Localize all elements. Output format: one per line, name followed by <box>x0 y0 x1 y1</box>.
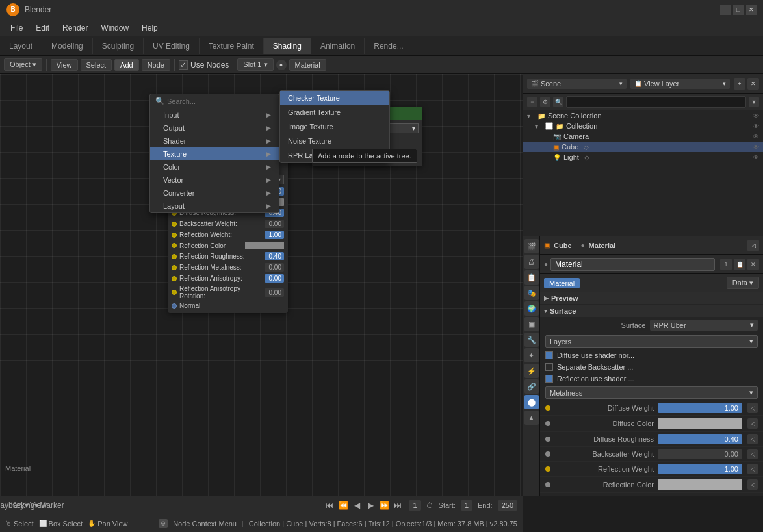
reflection-metalness-socket[interactable] <box>172 265 177 270</box>
reflection-anisotropy-rotation-value[interactable]: 0.00 <box>265 288 284 297</box>
jump-start-button[interactable]: ⏮ <box>324 500 335 511</box>
tab-sculpting[interactable]: Sculpting <box>93 38 144 54</box>
props-icon-material[interactable]: ⬤ <box>524 395 539 409</box>
menu-help[interactable]: Help <box>136 22 163 34</box>
reflection-color-swatch[interactable] <box>245 242 284 249</box>
maximize-button[interactable]: □ <box>733 5 744 15</box>
backscatter-weight-value[interactable]: 0.00 <box>265 220 284 228</box>
surface-value-selector[interactable]: RPR Uber ▾ <box>650 320 758 331</box>
material-selector[interactable]: Material <box>289 59 326 71</box>
mode-selector[interactable]: Object ▾ <box>4 58 42 71</box>
props-value-diffuse-roughness[interactable]: 0.40 <box>658 434 742 444</box>
step-back-button[interactable]: ⏪ <box>337 500 349 511</box>
select-button[interactable]: Select <box>81 59 112 71</box>
view-layer-selector[interactable]: 📋 View Layer ▾ <box>630 79 730 89</box>
start-frame[interactable]: 1 <box>461 500 472 511</box>
tab-render[interactable]: Rende... <box>365 38 413 54</box>
props-expand-diffuse-color-button[interactable]: ◁ <box>747 418 758 429</box>
props-icon-particles[interactable]: ✦ <box>524 348 539 362</box>
metalness-dropdown-props[interactable]: Metalness ▾ <box>545 386 758 399</box>
props-icon-constraints[interactable]: 🔗 <box>524 379 539 394</box>
props-swatch-diffuse-color[interactable] <box>658 418 742 429</box>
mat-icon-delete[interactable]: ✕ <box>747 259 759 270</box>
add-menu-output[interactable]: Output <box>150 121 279 134</box>
outliner-filter-icon[interactable]: ▼ <box>749 97 759 107</box>
reflection-metalness-value[interactable]: 0.00 <box>265 263 284 272</box>
end-frame[interactable]: 250 <box>498 500 517 511</box>
data-dropdown[interactable]: Data ▾ <box>727 277 759 289</box>
reflection-weight-value[interactable]: 1.00 <box>265 231 284 239</box>
props-expand-reflection-weight-button[interactable]: ◁ <box>747 464 758 474</box>
jump-end-button[interactable]: ⏭ <box>392 500 404 511</box>
current-frame[interactable]: 1 <box>409 500 420 511</box>
add-menu[interactable]: 🔍 Input Output Shader Texture Color Vect… <box>149 94 279 213</box>
reflection-anisotropy-socket[interactable] <box>172 276 177 281</box>
add-menu-layout[interactable]: Layout <box>150 199 279 212</box>
props-expand-diffuse-roughness-button[interactable]: ◁ <box>747 434 758 444</box>
node-editor[interactable]: ▼ RPR Uber Shader Layers▾ Diff <box>0 74 523 496</box>
props-cb-separate-backscatter-box[interactable] <box>545 363 553 371</box>
outliner-icon-2[interactable]: ⚙ <box>540 97 550 107</box>
props-icon-world[interactable]: 🌍 <box>524 301 539 316</box>
reflection-anisotropy-value[interactable]: 0.00 <box>265 274 284 283</box>
submenu-gradient-texture[interactable]: Gradient Texture <box>280 105 389 120</box>
outliner-search-input[interactable] <box>566 96 746 108</box>
close-button[interactable]: ✕ <box>746 5 757 15</box>
view-button[interactable]: View <box>51 59 78 71</box>
props-tab-material[interactable]: Material <box>544 278 580 288</box>
add-menu-texture[interactable]: Texture <box>150 147 279 160</box>
slot-selector[interactable]: Slot 1 ▾ <box>237 58 273 71</box>
play-reverse-button[interactable]: ◀ <box>351 500 363 511</box>
cube-eye-icon[interactable]: 👁 <box>753 144 759 151</box>
props-icon-output[interactable]: 🖨 <box>524 255 539 269</box>
camera-eye-icon[interactable]: 👁 <box>753 133 759 140</box>
props-value-reflection-weight[interactable]: 1.00 <box>658 464 742 474</box>
outliner-light[interactable]: ▶ 💡 Light ◇ 👁 <box>523 152 763 162</box>
outliner-icon-3[interactable]: 🔍 <box>553 97 563 107</box>
tab-uv-editing[interactable]: UV Editing <box>144 38 200 54</box>
material-name-input[interactable] <box>550 258 715 271</box>
scene-collection-eye-icon[interactable]: 👁 <box>753 112 759 120</box>
add-menu-vector[interactable]: Vector <box>150 173 279 186</box>
reflection-color-socket[interactable] <box>172 243 177 248</box>
play-button[interactable]: ▶ <box>365 500 376 511</box>
mat-icon-users[interactable]: 1 <box>720 259 732 270</box>
normal-socket[interactable] <box>172 303 177 309</box>
minimize-button[interactable]: ─ <box>720 5 731 15</box>
light-eye-icon[interactable]: 👁 <box>753 154 759 161</box>
props-icon-physics[interactable]: ⚡ <box>524 364 539 378</box>
props-value-diffuse-weight[interactable]: 1.00 <box>658 403 742 413</box>
props-expand-diffuse-weight-button[interactable]: ◁ <box>747 403 758 413</box>
outliner-icon-1[interactable]: ≡ <box>527 97 537 107</box>
tab-animation[interactable]: Animation <box>311 38 365 54</box>
reflection-roughness-socket[interactable] <box>172 254 177 259</box>
reflection-weight-socket[interactable] <box>172 233 177 238</box>
submenu-checker-texture[interactable]: Checker Texture <box>280 91 389 105</box>
preview-section-header[interactable]: ▶ Preview <box>540 292 763 304</box>
outliner-scene-collection[interactable]: ▾ 📁 Scene Collection 👁 <box>523 110 763 121</box>
add-menu-input[interactable]: Input <box>150 108 279 121</box>
props-icon-view-layer[interactable]: 📋 <box>524 270 539 285</box>
props-icon-scene[interactable]: 🎭 <box>524 286 539 300</box>
add-menu-converter[interactable]: Converter <box>150 186 279 199</box>
outliner-cube[interactable]: ▶ ▣ Cube ◇ 👁 <box>523 142 763 152</box>
add-button[interactable]: Add <box>114 59 139 71</box>
scene-selector[interactable]: 🎬 Scene ▾ <box>527 79 627 89</box>
add-scene-button[interactable]: + <box>734 78 745 90</box>
menu-render[interactable]: Render <box>57 22 93 34</box>
add-menu-search-input[interactable] <box>167 97 274 105</box>
menu-edit[interactable]: Edit <box>31 22 55 34</box>
step-forward-button[interactable]: ⏩ <box>378 500 390 511</box>
outliner-collection[interactable]: ▾ 📁 Collection 👁 <box>523 121 763 131</box>
submenu-noise-texture[interactable]: Noise Texture <box>280 134 389 148</box>
props-cb-reflection-shader-box[interactable] <box>545 375 553 383</box>
outliner-camera[interactable]: ▶ 📷 Camera 👁 <box>523 131 763 142</box>
keying-dropdown-button[interactable]: Keying▾ <box>19 500 31 511</box>
collection-visibility-checkbox[interactable] <box>545 122 553 130</box>
submenu-image-texture[interactable]: Image Texture <box>280 120 389 134</box>
tab-texture-paint[interactable]: Texture Paint <box>200 38 264 54</box>
layers-dropdown-props[interactable]: Layers ▾ <box>545 335 758 348</box>
props-icon-data[interactable]: ▲ <box>524 411 539 425</box>
backscatter-weight-socket[interactable] <box>172 222 177 227</box>
add-menu-shader[interactable]: Shader <box>150 134 279 147</box>
